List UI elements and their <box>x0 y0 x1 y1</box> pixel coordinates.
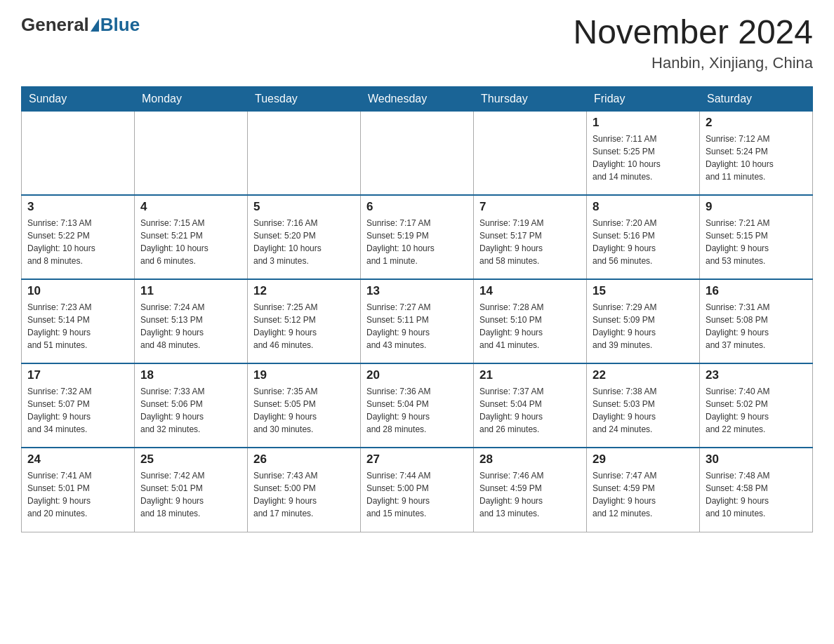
day-number: 19 <box>253 368 355 382</box>
calendar-cell: 28Sunrise: 7:46 AM Sunset: 4:59 PM Dayli… <box>474 448 587 532</box>
day-number: 15 <box>593 284 694 298</box>
calendar-cell: 1Sunrise: 7:11 AM Sunset: 5:25 PM Daylig… <box>587 111 700 195</box>
day-number: 7 <box>479 200 581 214</box>
calendar-cell: 6Sunrise: 7:17 AM Sunset: 5:19 PM Daylig… <box>361 195 474 279</box>
day-number: 26 <box>253 452 355 467</box>
day-info: Sunrise: 7:12 AM Sunset: 5:24 PM Dayligh… <box>706 133 807 183</box>
calendar-week-row: 24Sunrise: 7:41 AM Sunset: 5:01 PM Dayli… <box>22 448 813 532</box>
day-number: 6 <box>366 200 468 214</box>
day-info: Sunrise: 7:37 AM Sunset: 5:04 PM Dayligh… <box>479 385 581 436</box>
day-number: 9 <box>706 200 807 214</box>
calendar-cell: 7Sunrise: 7:19 AM Sunset: 5:17 PM Daylig… <box>474 195 587 279</box>
calendar-cell: 30Sunrise: 7:48 AM Sunset: 4:58 PM Dayli… <box>700 448 813 532</box>
day-info: Sunrise: 7:47 AM Sunset: 4:59 PM Dayligh… <box>593 469 694 520</box>
calendar-cell: 9Sunrise: 7:21 AM Sunset: 5:15 PM Daylig… <box>700 195 813 279</box>
day-number: 4 <box>140 200 241 214</box>
calendar-cell <box>22 111 135 195</box>
day-info: Sunrise: 7:32 AM Sunset: 5:07 PM Dayligh… <box>27 385 128 436</box>
day-info: Sunrise: 7:33 AM Sunset: 5:06 PM Dayligh… <box>140 385 241 436</box>
day-info: Sunrise: 7:46 AM Sunset: 4:59 PM Dayligh… <box>479 469 581 520</box>
day-number: 29 <box>593 452 694 467</box>
day-number: 1 <box>593 116 694 130</box>
day-number: 24 <box>27 452 128 467</box>
day-number: 18 <box>140 368 241 382</box>
day-number: 20 <box>366 368 468 382</box>
calendar-cell: 22Sunrise: 7:38 AM Sunset: 5:03 PM Dayli… <box>587 363 700 448</box>
calendar-cell: 12Sunrise: 7:25 AM Sunset: 5:12 PM Dayli… <box>248 279 361 363</box>
calendar-cell: 21Sunrise: 7:37 AM Sunset: 5:04 PM Dayli… <box>474 363 587 448</box>
weekday-header-thursday: Thursday <box>474 86 587 111</box>
calendar-cell: 3Sunrise: 7:13 AM Sunset: 5:22 PM Daylig… <box>22 195 135 279</box>
day-number: 11 <box>140 284 241 298</box>
day-info: Sunrise: 7:17 AM Sunset: 5:19 PM Dayligh… <box>366 217 468 267</box>
day-number: 3 <box>27 200 128 214</box>
day-info: Sunrise: 7:29 AM Sunset: 5:09 PM Dayligh… <box>593 301 694 351</box>
logo-general: General <box>21 14 89 36</box>
day-info: Sunrise: 7:40 AM Sunset: 5:02 PM Dayligh… <box>706 385 807 436</box>
month-title: November 2024 <box>573 14 813 51</box>
calendar-week-row: 17Sunrise: 7:32 AM Sunset: 5:07 PM Dayli… <box>22 363 813 448</box>
day-info: Sunrise: 7:36 AM Sunset: 5:04 PM Dayligh… <box>366 385 468 436</box>
calendar-cell: 27Sunrise: 7:44 AM Sunset: 5:00 PM Dayli… <box>361 448 474 532</box>
day-number: 21 <box>479 368 581 382</box>
weekday-header-row: SundayMondayTuesdayWednesdayThursdayFrid… <box>22 86 813 111</box>
logo-blue: Blue <box>100 14 140 36</box>
calendar-cell: 14Sunrise: 7:28 AM Sunset: 5:10 PM Dayli… <box>474 279 587 363</box>
day-number: 25 <box>140 452 241 467</box>
weekday-header-wednesday: Wednesday <box>361 86 474 111</box>
day-info: Sunrise: 7:15 AM Sunset: 5:21 PM Dayligh… <box>140 217 241 267</box>
calendar-cell <box>474 111 587 195</box>
day-number: 13 <box>366 284 468 298</box>
calendar-cell: 20Sunrise: 7:36 AM Sunset: 5:04 PM Dayli… <box>361 363 474 448</box>
day-info: Sunrise: 7:27 AM Sunset: 5:11 PM Dayligh… <box>366 301 468 351</box>
calendar-cell: 29Sunrise: 7:47 AM Sunset: 4:59 PM Dayli… <box>587 448 700 532</box>
calendar-cell: 4Sunrise: 7:15 AM Sunset: 5:21 PM Daylig… <box>135 195 248 279</box>
calendar-cell: 15Sunrise: 7:29 AM Sunset: 5:09 PM Dayli… <box>587 279 700 363</box>
calendar-cell: 11Sunrise: 7:24 AM Sunset: 5:13 PM Dayli… <box>135 279 248 363</box>
calendar-cell: 10Sunrise: 7:23 AM Sunset: 5:14 PM Dayli… <box>22 279 135 363</box>
weekday-header-saturday: Saturday <box>700 86 813 111</box>
weekday-header-tuesday: Tuesday <box>248 86 361 111</box>
day-number: 22 <box>593 368 694 382</box>
title-area: November 2024 Hanbin, Xinjiang, China <box>573 14 813 72</box>
calendar-cell <box>361 111 474 195</box>
calendar-cell <box>135 111 248 195</box>
calendar-cell: 19Sunrise: 7:35 AM Sunset: 5:05 PM Dayli… <box>248 363 361 448</box>
calendar-cell: 25Sunrise: 7:42 AM Sunset: 5:01 PM Dayli… <box>135 448 248 532</box>
day-info: Sunrise: 7:20 AM Sunset: 5:16 PM Dayligh… <box>593 217 694 267</box>
calendar-cell: 5Sunrise: 7:16 AM Sunset: 5:20 PM Daylig… <box>248 195 361 279</box>
day-number: 2 <box>706 116 807 130</box>
logo-text: General Blue <box>21 14 140 36</box>
calendar-week-row: 1Sunrise: 7:11 AM Sunset: 5:25 PM Daylig… <box>22 111 813 195</box>
calendar-cell <box>248 111 361 195</box>
day-number: 30 <box>706 452 807 467</box>
page-header: General Blue November 2024 Hanbin, Xinji… <box>21 14 813 72</box>
calendar-cell: 16Sunrise: 7:31 AM Sunset: 5:08 PM Dayli… <box>700 279 813 363</box>
calendar-cell: 26Sunrise: 7:43 AM Sunset: 5:00 PM Dayli… <box>248 448 361 532</box>
day-number: 12 <box>253 284 355 298</box>
day-info: Sunrise: 7:25 AM Sunset: 5:12 PM Dayligh… <box>253 301 355 351</box>
calendar-cell: 13Sunrise: 7:27 AM Sunset: 5:11 PM Dayli… <box>361 279 474 363</box>
location-title: Hanbin, Xinjiang, China <box>573 54 813 72</box>
day-number: 27 <box>366 452 468 467</box>
day-info: Sunrise: 7:21 AM Sunset: 5:15 PM Dayligh… <box>706 217 807 267</box>
logo-triangle-icon <box>91 19 99 32</box>
day-number: 14 <box>479 284 581 298</box>
calendar-cell: 18Sunrise: 7:33 AM Sunset: 5:06 PM Dayli… <box>135 363 248 448</box>
day-info: Sunrise: 7:38 AM Sunset: 5:03 PM Dayligh… <box>593 385 694 436</box>
day-info: Sunrise: 7:48 AM Sunset: 4:58 PM Dayligh… <box>706 469 807 520</box>
weekday-header-monday: Monday <box>135 86 248 111</box>
day-number: 8 <box>593 200 694 214</box>
weekday-header-friday: Friday <box>587 86 700 111</box>
calendar-cell: 24Sunrise: 7:41 AM Sunset: 5:01 PM Dayli… <box>22 448 135 532</box>
logo: General Blue <box>21 14 140 36</box>
calendar-cell: 23Sunrise: 7:40 AM Sunset: 5:02 PM Dayli… <box>700 363 813 448</box>
day-number: 10 <box>27 284 128 298</box>
day-number: 17 <box>27 368 128 382</box>
day-info: Sunrise: 7:23 AM Sunset: 5:14 PM Dayligh… <box>27 301 128 351</box>
day-number: 16 <box>706 284 807 298</box>
day-info: Sunrise: 7:35 AM Sunset: 5:05 PM Dayligh… <box>253 385 355 436</box>
day-info: Sunrise: 7:11 AM Sunset: 5:25 PM Dayligh… <box>593 133 694 183</box>
calendar-cell: 17Sunrise: 7:32 AM Sunset: 5:07 PM Dayli… <box>22 363 135 448</box>
day-info: Sunrise: 7:42 AM Sunset: 5:01 PM Dayligh… <box>140 469 241 520</box>
